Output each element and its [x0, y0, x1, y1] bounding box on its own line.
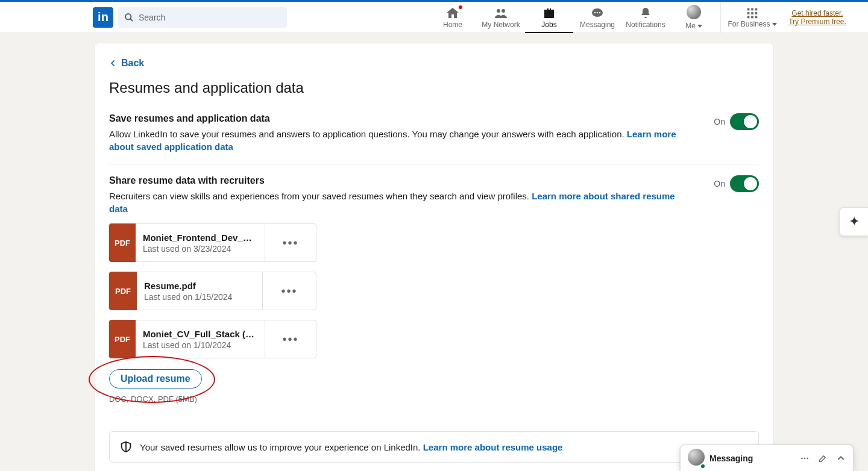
linkedin-logo[interactable]: in [93, 7, 113, 28]
toggle-share-recruiters[interactable] [730, 175, 759, 192]
network-icon [494, 6, 508, 20]
setting-title: Share resume data with recruiters [109, 175, 688, 186]
presence-indicator [700, 463, 706, 469]
resume-name: Moniet_Frontend_Dev_Re... [143, 232, 257, 243]
resume-open[interactable]: Resume.pdf Last used on 1/15/2024 [137, 272, 262, 310]
caret-down-icon [697, 25, 702, 28]
svg-rect-9 [751, 8, 753, 10]
upload-resume-button[interactable]: Upload resume [109, 369, 202, 388]
notification-badge [458, 4, 464, 10]
search-input[interactable]: Search [118, 7, 287, 28]
compose-icon[interactable] [818, 454, 828, 463]
svg-point-19 [807, 457, 808, 459]
resume-open[interactable]: Moniet_CV_Full_Stack (3)... Last used on… [136, 320, 265, 358]
svg-point-2 [497, 9, 500, 13]
svg-rect-10 [755, 8, 758, 10]
ellipsis-icon: ••• [281, 284, 297, 298]
messaging-dock[interactable]: Messaging [680, 444, 854, 471]
global-nav: in Search Home My Network Jobs [0, 2, 868, 33]
resume-item: PDF Resume.pdf Last used on 1/15/2024 ••… [109, 272, 316, 310]
nav-home[interactable]: Home [429, 2, 477, 33]
bell-icon [638, 6, 653, 20]
upload-hint: DOC, DOCX, PDF (5MB) [109, 395, 202, 404]
svg-rect-14 [747, 16, 750, 18]
setting-save-resumes: Save resumes and application data Allow … [109, 113, 759, 164]
resume-name: Moniet_CV_Full_Stack (3)... [143, 329, 257, 339]
resume-list: PDF Moniet_Frontend_Dev_Re... Last used … [109, 223, 688, 358]
avatar-icon [687, 5, 701, 22]
toggle-state-label: On [714, 117, 725, 126]
info-banner: Your saved resumes allow us to improve y… [109, 431, 759, 463]
svg-rect-8 [747, 8, 750, 10]
resume-item: PDF Moniet_CV_Full_Stack (3)... Last use… [109, 320, 316, 358]
messaging-title: Messaging [709, 454, 753, 463]
toggle-save-resumes[interactable] [730, 113, 759, 130]
nav-separator [720, 2, 721, 33]
page-title: Resumes and application data [109, 80, 759, 96]
home-icon [445, 6, 460, 20]
nav-jobs[interactable]: Jobs [525, 2, 573, 33]
settings-card: Back Resumes and application data Save r… [94, 43, 774, 471]
side-widget-button[interactable]: ✦ [839, 207, 868, 236]
svg-rect-15 [751, 16, 753, 18]
nav-me[interactable]: Me [670, 2, 718, 33]
resume-name: Resume.pdf [144, 281, 255, 291]
apps-grid-icon [746, 7, 759, 20]
learn-more-link[interactable]: Learn more about resume usage [423, 442, 563, 452]
resume-item: PDF Moniet_Frontend_Dev_Re... Last used … [109, 223, 316, 262]
setting-description: Recruiters can view skills and experienc… [109, 190, 688, 215]
messaging-icon [590, 6, 605, 20]
nav-notifications[interactable]: Notifications [621, 2, 670, 33]
nav-network[interactable]: My Network [477, 2, 525, 33]
svg-point-7 [599, 11, 600, 13]
svg-point-6 [597, 11, 598, 13]
svg-rect-11 [747, 12, 750, 14]
caret-down-icon [772, 23, 777, 26]
premium-upsell-link[interactable]: Get hired faster. Try Premium free. [781, 2, 854, 33]
search-placeholder: Search [139, 13, 165, 22]
pdf-badge: PDF [109, 223, 136, 262]
resume-open[interactable]: Moniet_Frontend_Dev_Re... Last used on 3… [136, 223, 265, 262]
setting-share-recruiters: Share resume data with recruiters Recrui… [109, 164, 759, 414]
svg-point-3 [502, 9, 505, 13]
setting-title: Save resumes and application data [109, 113, 688, 124]
chevron-left-icon [109, 59, 118, 67]
setting-description: Allow LinkedIn to save your resumes and … [109, 128, 688, 153]
resume-date: Last used on 1/15/2024 [144, 292, 255, 302]
nav-business[interactable]: For Business [723, 2, 781, 33]
search-icon [124, 13, 134, 22]
toggle-state-label: On [714, 179, 725, 189]
avatar-icon [688, 449, 705, 468]
svg-point-18 [804, 457, 806, 459]
ellipsis-icon[interactable] [800, 454, 810, 463]
svg-point-0 [125, 14, 131, 19]
resume-more-menu[interactable]: ••• [262, 272, 316, 310]
back-button[interactable]: Back [109, 58, 759, 69]
svg-line-1 [130, 19, 133, 21]
svg-rect-12 [751, 12, 753, 14]
svg-point-5 [594, 11, 596, 13]
svg-rect-13 [755, 12, 758, 14]
pdf-badge: PDF [109, 320, 136, 358]
chevron-up-icon[interactable] [836, 454, 846, 463]
jobs-icon [542, 6, 556, 20]
resume-more-menu[interactable]: ••• [265, 223, 316, 262]
plus-icon: ✦ [849, 214, 860, 229]
ellipsis-icon: ••• [282, 332, 298, 346]
pdf-badge: PDF [109, 272, 137, 310]
shield-icon [119, 440, 133, 454]
svg-point-17 [801, 457, 803, 459]
resume-more-menu[interactable]: ••• [265, 320, 316, 358]
svg-rect-16 [755, 16, 758, 18]
ellipsis-icon: ••• [282, 236, 298, 250]
resume-date: Last used on 1/10/2024 [143, 340, 257, 350]
nav-messaging[interactable]: Messaging [573, 2, 621, 33]
resume-date: Last used on 3/23/2024 [143, 244, 257, 254]
